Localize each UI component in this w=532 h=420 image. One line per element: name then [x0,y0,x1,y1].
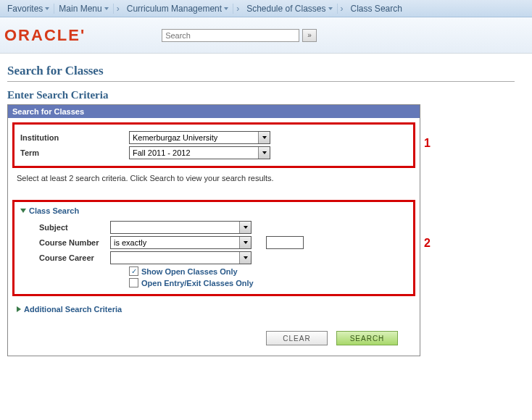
term-select[interactable]: Fall 2011 - 2012 [129,146,270,159]
panel-header: Search for Classes [8,105,420,118]
header-search-go[interactable]: » [302,29,317,42]
coursenum-op-value: is exactly [111,238,239,247]
career-select[interactable] [110,251,252,264]
hint-text: Select at least 2 search criteria. Click… [8,172,420,187]
header-search-group: » [162,29,317,42]
entry-exit-row: Open Entry/Exit Classes Only [129,278,407,287]
institution-label: Institution [20,133,129,142]
entry-exit-label: Open Entry/Exit Classes Only [141,279,254,287]
oracle-logo: ORACLE' [4,26,86,45]
class-search-box: Class Search Subject Course Number is ex… [12,200,415,296]
career-row: Course Career [20,251,407,264]
open-classes-label: Show Open Classes Only [141,267,238,276]
institution-value: Kemerburgaz University [130,133,258,142]
mainmenu-label: Main Menu [59,4,101,14]
term-value: Fall 2011 - 2012 [130,148,258,157]
button-bar: Clear Search [8,324,420,356]
coursenum-label: Course Number [20,238,110,247]
favorites-menu[interactable]: Favorites [3,4,54,14]
chevron-down-icon [104,7,109,10]
coursenum-op-select[interactable]: is exactly [110,236,252,249]
chevron-down-icon [239,252,251,264]
section-label: Class Search [29,206,79,215]
open-classes-row: ✓ Show Open Classes Only [129,266,407,276]
institution-row: Institution Kemerburgaz University [20,131,407,144]
crumb-label: Curriculum Management [127,4,222,14]
annotation-2: 2 [424,237,431,250]
career-label: Course Career [20,253,110,262]
entry-exit-checkbox[interactable] [129,278,138,287]
clear-button[interactable]: Clear [266,331,328,345]
chevron-down-icon [224,7,228,10]
crumb-classsearch[interactable]: Class Search [346,4,407,14]
chevron-down-icon [239,237,251,248]
coursenum-input[interactable] [266,236,304,249]
class-search-header[interactable]: Class Search [20,206,407,215]
chevron-down-icon [258,132,270,143]
chevron-down-icon [258,147,270,159]
term-row: Term Fall 2011 - 2012 [20,146,407,159]
header-bar: ORACLE' » [0,17,532,54]
chevron-down-icon [239,222,251,233]
triangle-right-icon [17,306,21,312]
chevron-down-icon [328,7,333,10]
triangle-down-icon [20,209,26,213]
content: Search for Classes Enter Search Criteria… [0,54,532,364]
subject-row: Subject [20,221,407,234]
search-panel: Search for Classes Institution Kemerburg… [7,104,420,356]
term-label: Term [20,148,129,157]
breadcrumb-separator: › [338,4,346,14]
subject-select[interactable] [110,221,252,234]
sub-title: Enter Search Criteria [7,89,525,104]
page-title: Search for Classes [7,61,515,82]
subject-label: Subject [20,223,110,232]
header-search-input[interactable] [162,29,299,42]
crumb-label: Class Search [351,4,402,14]
open-classes-checkbox[interactable]: ✓ [129,266,138,276]
breadcrumb-separator: › [114,4,122,14]
additional-label: Additional Search Criteria [24,305,122,314]
chevron-down-icon [45,7,49,10]
crumb-label: Schedule of Classes [246,4,325,14]
search-button[interactable]: Search [336,331,398,345]
crumb-schedule[interactable]: Schedule of Classes [242,4,337,14]
institution-term-box: Institution Kemerburgaz University Term … [12,122,415,168]
additional-criteria-header[interactable]: Additional Search Criteria [8,301,420,318]
top-nav: Favorites Main Menu › Curriculum Managem… [0,0,532,17]
mainmenu-menu[interactable]: Main Menu [54,4,113,14]
annotation-1: 1 [424,137,431,150]
crumb-curriculum[interactable]: Curriculum Management [122,4,233,14]
favorites-label: Favorites [7,4,43,14]
coursenum-row: Course Number is exactly [20,236,407,249]
breadcrumb-separator: › [233,4,242,14]
institution-select[interactable]: Kemerburgaz University [129,131,270,144]
